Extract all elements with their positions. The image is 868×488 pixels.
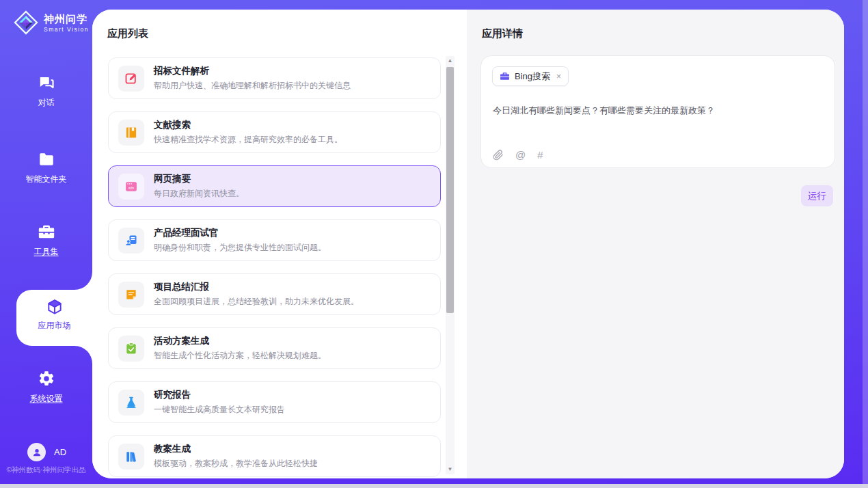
window-bottom-edge — [0, 484, 868, 488]
app-detail-panel: 应用详情 Bing搜索 × 今日湖北有哪些新闻要点？有哪些需要关注的最新政策？ … — [467, 10, 844, 478]
app-desc: 一键智能生成高质量长文本研究报告 — [154, 404, 285, 416]
app-card-literature-search[interactable]: 文献搜索 快速精准查找学术资源，提高研究效率的必备工具。 — [108, 111, 441, 153]
app-list-panel: 应用列表 招标文件解析 帮助用户快速、准确地理解和解析招标书中的关键信息 — [92, 10, 467, 478]
query-input[interactable]: 今日湖北有哪些新闻要点？有哪些需要关注的最新政策？ — [493, 104, 821, 118]
webpage-code-icon: </> — [124, 180, 138, 193]
app-list-title: 应用列表 — [107, 27, 148, 40]
window-scroll-strip — [863, 0, 868, 484]
run-button[interactable]: 运行 — [801, 185, 833, 206]
app-icon-box — [118, 282, 144, 308]
paperclip-icon[interactable] — [493, 150, 504, 161]
app-title: 招标文件解析 — [154, 65, 351, 77]
app-title: 活动方案生成 — [154, 335, 326, 347]
scrollbar-down-arrow[interactable]: ▼ — [446, 465, 455, 474]
scrollbar-thumb[interactable] — [446, 67, 454, 313]
sidebar-item-toolset[interactable]: 工具集 — [0, 223, 92, 258]
app-card-research-report[interactable]: 研究报告 一键智能生成高质量长文本研究报告 — [108, 381, 441, 423]
app-card-list: 招标文件解析 帮助用户快速、准确地理解和解析招标书中的关键信息 文献搜索 快速精… — [108, 57, 441, 478]
app-desc: 智能生成个性化活动方案，轻松解决规划难题。 — [154, 350, 326, 362]
app-desc: 每日政府新闻资讯快查。 — [154, 188, 244, 200]
app-icon-box — [118, 120, 144, 146]
bubble-curve-top — [74, 272, 92, 290]
app-desc: 快速精准查找学术资源，提高研究效率的必备工具。 — [154, 134, 342, 146]
app-card-pm-interviewer[interactable]: 产品经理面试官 明确身份和职责，为您提供专业性的面试问题。 — [108, 219, 441, 261]
app-title: 研究报告 — [154, 389, 285, 401]
doc-edit-icon — [124, 72, 138, 85]
brand-logo: 神州问学 Smart Vision — [14, 10, 89, 35]
app-desc: 明确身份和职责，为您提供专业性的面试问题。 — [154, 242, 326, 254]
book-icon — [124, 126, 138, 139]
sidebar-item-label: 工具集 — [0, 246, 92, 258]
brand-name: 神州问学 — [44, 13, 89, 26]
sidebar-item-app-market[interactable]: 应用市场 — [16, 290, 92, 346]
bubble-curve-bottom — [74, 346, 92, 364]
main-content: 应用列表 招标文件解析 帮助用户快速、准确地理解和解析招标书中的关键信息 — [92, 10, 844, 478]
brand-tagline: Smart Vision — [44, 26, 89, 33]
app-desc: 模板驱动，教案秒成，教学准备从此轻松快捷 — [154, 458, 318, 470]
interview-clipboard-icon — [124, 234, 138, 247]
sidebar: 神州问学 Smart Vision 对话 智能文件夹 工具集 系统设置 — [0, 0, 92, 488]
app-title: 网页摘要 — [154, 173, 244, 185]
scrollbar-up-arrow[interactable]: ▲ — [446, 56, 455, 66]
sidebar-item-label: 对话 — [0, 97, 92, 109]
app-icon-box — [118, 390, 144, 416]
query-card: Bing搜索 × 今日湖北有哪些新闻要点？有哪些需要关注的最新政策？ @ # — [480, 55, 835, 168]
app-title: 教案生成 — [154, 443, 318, 455]
app-icon-box — [118, 444, 144, 470]
app-desc: 帮助用户快速、准确地理解和解析招标书中的关键信息 — [154, 80, 351, 92]
toolbox-icon — [38, 223, 55, 241]
attachment-toolbar: @ # — [493, 149, 543, 161]
briefcase-icon — [500, 71, 510, 81]
app-icon-box — [118, 336, 144, 362]
app-detail-title: 应用详情 — [482, 27, 523, 40]
cube-icon — [46, 298, 64, 316]
plan-check-icon — [124, 342, 138, 355]
app-title: 产品经理面试官 — [154, 227, 326, 239]
sidebar-item-label: 智能文件夹 — [0, 174, 92, 185]
app-card-event-plan[interactable]: 活动方案生成 智能生成个性化活动方案，轻松解决规划难题。 — [108, 327, 441, 369]
app-card-project-summary[interactable]: 项目总结汇报 全面回顾项目进展，总结经验教训，助力未来优化发展。 — [108, 273, 441, 315]
app-list-scrollbar[interactable]: ▲ ▼ — [446, 56, 455, 474]
sticky-note-icon — [124, 288, 138, 301]
research-flask-icon — [124, 396, 138, 409]
app-title: 文献搜索 — [154, 119, 342, 131]
app-desc: 全面回顾项目进展，总结经验教训，助力未来优化发展。 — [154, 296, 359, 308]
hashtag-icon[interactable]: # — [537, 149, 543, 161]
sidebar-item-smart-folder[interactable]: 智能文件夹 — [0, 150, 92, 185]
sidebar-item-label: 应用市场 — [16, 320, 92, 331]
app-card-lesson-plan[interactable]: 教案生成 模板驱动，教案秒成，教学准备从此轻松快捷 — [108, 435, 441, 477]
chip-close-icon[interactable]: × — [555, 72, 561, 81]
tool-chip-bing-search[interactable]: Bing搜索 × — [492, 66, 569, 86]
sidebar-footer: ©神州数码·神州问学出品 — [0, 465, 92, 475]
user-account[interactable]: AD — [27, 443, 66, 461]
app-card-web-summary[interactable]: </> 网页摘要 每日政府新闻资讯快查。 — [108, 165, 441, 207]
person-icon — [31, 447, 42, 458]
user-name: AD — [54, 447, 66, 457]
mention-icon[interactable]: @ — [515, 149, 526, 161]
app-card-bid-parse[interactable]: 招标文件解析 帮助用户快速、准确地理解和解析招标书中的关键信息 — [108, 57, 441, 99]
sidebar-item-settings[interactable]: 系统设置 — [0, 370, 92, 405]
books-icon — [124, 450, 138, 463]
app-title: 项目总结汇报 — [154, 281, 359, 293]
app-icon-box — [118, 228, 144, 254]
sidebar-item-chat[interactable]: 对话 — [0, 74, 92, 109]
sidebar-item-label: 系统设置 — [0, 393, 92, 405]
gear-icon — [38, 370, 55, 388]
chat-icon — [38, 74, 55, 92]
app-icon-box: </> — [118, 174, 144, 200]
avatar — [27, 443, 46, 461]
app-icon-box — [118, 66, 144, 92]
svg-text:</>: </> — [128, 186, 135, 190]
folder-icon — [38, 150, 55, 168]
brand-diamond-icon — [14, 10, 38, 35]
tool-chip-label: Bing搜索 — [515, 70, 550, 83]
